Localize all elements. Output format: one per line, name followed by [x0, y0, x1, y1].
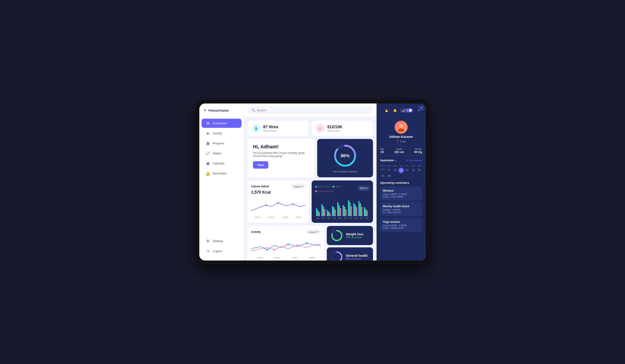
sidebar-item-label: Progress: [213, 142, 224, 145]
bar-x-labels: JanFebMarAprMayJunJulAugSepOct: [315, 217, 370, 219]
toggle-switch[interactable]: [406, 109, 412, 112]
bar: [358, 201, 360, 216]
location-text: Cairo: [400, 140, 406, 143]
age-value: 24: [380, 150, 384, 154]
legend-dot-teal: [315, 186, 317, 188]
bar: [317, 210, 318, 216]
reminder-card-workout: Workout Today 3:00PM - 5:00PM Coach : Se…: [380, 187, 422, 200]
search-bar[interactable]: 🔍: [248, 107, 373, 114]
calendar-day-today[interactable]: 11: [398, 168, 404, 173]
sidebar-item-progress[interactable]: ▦ Progress: [202, 139, 242, 148]
sidebar-item-calender[interactable]: ▣ Calender: [202, 159, 242, 168]
fire-icon-btn[interactable]: 🔥: [383, 107, 390, 114]
sidebar-item-label: Statics: [213, 152, 221, 155]
bar: [340, 208, 341, 216]
charts-row: Calorie deficit August ▾ 1,570 Kcal: [248, 180, 373, 223]
bar: [333, 207, 334, 216]
svg-point-8: [399, 124, 403, 128]
general-health-donut: [331, 251, 343, 260]
x-label: week1: [257, 256, 263, 259]
bell-icon-btn[interactable]: 🔔: [392, 107, 398, 114]
weight-loss-info: Weight loss 80% decrease: [346, 232, 363, 239]
add-reminder-label: Add reminder: [409, 159, 422, 162]
calorie-chart-card: Calorie deficit August ▾ 1,570 Kcal: [248, 180, 309, 223]
x-label: Feb: [322, 217, 325, 219]
progress-label: Your monthly progress: [333, 170, 357, 173]
calorie-line: [251, 203, 305, 211]
bar: [364, 207, 365, 216]
calendar-header: September ▾ ⊕ Add reminder: [380, 159, 422, 162]
day-label: Tues: [386, 164, 392, 167]
bar: [335, 210, 336, 216]
calendar-day[interactable]: 10: [392, 168, 398, 173]
bar-group: [353, 203, 358, 216]
sidebar-item-logout[interactable]: ↪ Logout: [202, 247, 242, 256]
chevron-down-icon: ▾: [366, 187, 367, 190]
calendar-day[interactable]: 12: [405, 168, 410, 173]
reminder-workout-time: Today 3:00PM - 5:00PM: [383, 193, 419, 196]
moon-icon: 🌙: [401, 109, 405, 112]
calendar-day[interactable]: 18: [386, 173, 392, 178]
legend-dot-green: [333, 186, 334, 188]
calorie-chart-header: Calorie deficit August ▾: [251, 184, 305, 189]
bar: [367, 211, 368, 216]
activity-period-dropdown[interactable]: August ▾: [307, 229, 320, 234]
add-reminder-button[interactable]: ⊕ Add reminder: [406, 159, 422, 162]
calendar-day[interactable]: 9: [386, 168, 392, 173]
bar: [351, 206, 352, 216]
theme-toggle: 🌙: [400, 108, 414, 113]
profile-name: Adham Kassem: [389, 135, 413, 139]
calendar-day[interactable]: 13: [410, 168, 416, 173]
sidebar-item-statics[interactable]: 📈 Statics: [202, 149, 242, 158]
avatar: [395, 121, 407, 134]
profile-location: 📍 Cairo: [396, 140, 406, 143]
calorie-value: 1,570 Kcal: [251, 190, 305, 195]
calorie-line-chart: [251, 197, 305, 215]
settings-icon: ⚙: [206, 239, 210, 243]
bar-group: [321, 204, 326, 216]
bar: [345, 209, 346, 216]
bar-period-dropdown[interactable]: 2024 ▾: [358, 186, 370, 191]
sidebar-item-reminders[interactable]: 🔔 Reminders: [202, 169, 242, 178]
calendar-section: September ▾ ⊕ Add reminder Mon Tues Wed: [380, 159, 422, 178]
bar: [328, 211, 329, 216]
calendar-day[interactable]: 15: [380, 173, 386, 178]
bar: [316, 208, 317, 216]
calendar-month: September: [380, 159, 394, 162]
sidebar-item-settings[interactable]: ⚙ Settings: [202, 236, 242, 246]
view-button[interactable]: View: [253, 161, 268, 168]
activity-chart-header: Activity August ▾: [251, 229, 320, 234]
bar: [360, 203, 361, 216]
bar: [349, 202, 350, 216]
x-label: week1: [255, 216, 261, 218]
legend-calories: Calories burned: [315, 190, 334, 193]
right-panel: Adham Kassem 📍 Cairo Age 24 Height: [376, 117, 426, 260]
calendar-dropdown-icon[interactable]: ▾: [395, 159, 396, 162]
sidebar-item-activity[interactable]: ◈ Activity: [202, 129, 242, 138]
legend-label-water: Water intake: [318, 185, 330, 188]
x-label: week4: [296, 216, 302, 218]
reminder-card-health: Monthy health check 5:00PM - 6:00PM Dr :…: [380, 202, 422, 216]
calendar-day[interactable]: 14: [416, 168, 422, 173]
weight-loss-card: Weight loss 80% decrease: [327, 226, 373, 245]
search-input[interactable]: [257, 109, 369, 112]
bar-period-label: 2024: [360, 187, 365, 190]
greeting-card: Hi, Adham! You've achieved 86% of your m…: [248, 139, 314, 177]
calorie-x-labels: week1 week2 week3 week4: [251, 216, 305, 218]
calorie-period-label: August: [294, 185, 301, 188]
bar: [353, 203, 354, 216]
reminder-yoga-coach: Coach : Rahma Amin: [383, 227, 419, 229]
edit-icon-btn[interactable]: ✎: [419, 105, 424, 111]
x-label: week2: [274, 256, 280, 259]
weight-label: Weight: [414, 148, 422, 150]
sidebar-item-dashboard[interactable]: ⊞ Dashboard: [202, 119, 242, 128]
greeting-title: Hi, Adham!: [253, 144, 309, 150]
cal-month-wrap: September ▾: [380, 159, 396, 162]
reminder-yoga-time: Today 6:00PM - 7:00PM: [383, 224, 419, 227]
bar-chart-header: Water intake Steps Calories burned: [315, 184, 370, 193]
bottom-row: Activity August ▾: [248, 226, 373, 260]
bar: [355, 205, 356, 216]
calorie-period-dropdown[interactable]: August ▾: [291, 184, 305, 189]
chevron-down-icon: ▾: [302, 185, 303, 188]
bar-group: [332, 206, 337, 216]
